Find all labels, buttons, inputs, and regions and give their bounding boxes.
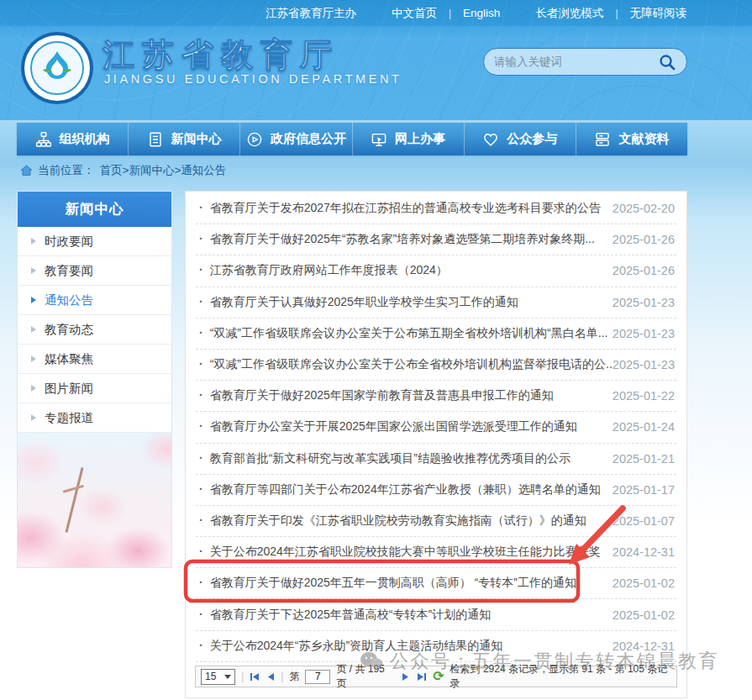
- list-item[interactable]: 省教育厅关于印发《江苏省职业院校劳动教育实施指南（试行）》的通知 2025-01…: [196, 506, 676, 537]
- refresh-icon[interactable]: ⟳: [433, 670, 444, 683]
- news-doc-icon: [147, 131, 164, 148]
- list-item[interactable]: 省教育厅关于做好2025年“苏教名家”培养对象遴选暨第二期培养对象终期... 2…: [196, 224, 676, 255]
- breadcrumb-prefix: 当前位置：: [38, 163, 95, 178]
- sidebar-item-education-news[interactable]: 教育要闻: [18, 256, 171, 286]
- nav-label: 新闻中心: [171, 131, 222, 147]
- triangle-icon: [31, 326, 36, 333]
- sidebar-title: 新闻中心: [18, 192, 171, 227]
- divider: |: [449, 8, 451, 19]
- nav-label: 网上办事: [395, 131, 445, 147]
- notice-date: 2025-01-23: [613, 358, 676, 371]
- notice-title[interactable]: 教育部首批“新文科研究与改革实践项目”结题验收推荐优秀项目的公示: [196, 451, 571, 466]
- list-item[interactable]: 省教育厅关于认真做好2025年职业学校学生实习工作的通知 2025-01-23: [196, 287, 676, 318]
- topbar-link-host[interactable]: 江苏省教育厅主办: [266, 6, 356, 21]
- top-utility-bar: 江苏省教育厅主办 中文首页 | English 长者浏览模式 | 无障碍阅读: [0, 0, 752, 26]
- magnolia-flower-image: [18, 433, 171, 567]
- org-chart-icon: [35, 131, 52, 148]
- list-item[interactable]: 省教育厅关于发布2027年拟在江苏招生的普通高校专业选考科目要求的公告 2025…: [196, 193, 676, 224]
- nav-item-online-services[interactable]: 网上办事: [353, 123, 465, 155]
- triangle-icon: [31, 297, 36, 303]
- notice-date: 2025-01-23: [613, 327, 676, 340]
- records-summary: 检索到 2924 条记录，显示第 91 条 - 第 105 条记录: [450, 662, 671, 691]
- page-label-prefix: 第: [289, 670, 299, 684]
- notice-title[interactable]: 省教育厅关于做好2025年“苏教名家”培养对象遴选暨第二期培养对象终期...: [196, 232, 595, 247]
- nav-label: 公众参与: [507, 131, 557, 147]
- heart-icon: [482, 131, 499, 148]
- sidebar-item-media-focus[interactable]: 媒体聚焦: [18, 345, 171, 374]
- first-page-button[interactable]: [250, 672, 260, 682]
- notice-date: 2025-01-26: [613, 233, 676, 246]
- notice-title[interactable]: “双减”工作省级联席会议办公室关于公布第五期全省校外培训机构“黑白名单...: [196, 326, 607, 341]
- breadcrumb-path[interactable]: 首页>新闻中心>通知公告: [100, 163, 227, 178]
- notice-date: 2025-01-23: [613, 296, 676, 309]
- page: 江苏省教育厅主办 中文首页 | English 长者浏览模式 | 无障碍阅读 江…: [0, 0, 752, 700]
- notice-date: 2025-01-02: [613, 608, 676, 622]
- nav-item-gov-info[interactable]: 政府信息公开: [240, 123, 352, 155]
- search-icon[interactable]: [658, 53, 676, 71]
- sidebar-item-notices[interactable]: 通知公告: [18, 286, 171, 315]
- page-size-select[interactable]: 15: [201, 669, 235, 685]
- notice-title[interactable]: 江苏省教育厅政府网站工作年度报表（2024）: [196, 263, 448, 278]
- list-item[interactable]: 省教育厅关于做好2025年国家学前教育普及普惠县申报工作的通知 2025-01-…: [196, 381, 676, 412]
- notice-title[interactable]: 关于公布2024年江苏省职业院校技能大赛中等职业学校班主任能力比赛获奖: [196, 545, 601, 560]
- list-item[interactable]: 关于公布2024年江苏省职业院校技能大赛中等职业学校班主任能力比赛获奖 2024…: [196, 537, 676, 568]
- notice-title[interactable]: 省教育厅关于下达2025年普通高校“专转本”计划的通知: [196, 608, 491, 623]
- list-item[interactable]: 省教育厅办公室关于开展2025年国家公派出国留学选派受理工作的通知 2025-0…: [196, 412, 676, 443]
- divider: |: [241, 671, 244, 682]
- list-item[interactable]: 关于公布2024年“苏乡永助”资助育人主题活动结果的通知 2024-12-31: [196, 631, 676, 662]
- sidebar-item-special-reports[interactable]: 专题报道: [18, 403, 171, 433]
- next-page-button[interactable]: [402, 672, 410, 682]
- last-page-button[interactable]: [416, 672, 427, 682]
- prev-page-button[interactable]: [266, 672, 275, 682]
- list-item[interactable]: 江苏省教育厅政府网站工作年度报表（2024） 2025-01-26: [196, 255, 676, 287]
- nav-item-public-participation[interactable]: 公众参与: [465, 123, 576, 155]
- chevron-down-icon: [224, 675, 231, 679]
- search-input[interactable]: [494, 55, 658, 68]
- list-item[interactable]: “双减”工作省级联席会议办公室关于公布第五期全省校外培训机构“黑白名单... 2…: [196, 318, 676, 350]
- notice-date: 2025-02-20: [613, 202, 676, 215]
- pagination-bar: 15 | | 第 页 / 共 195 页 ⟳ 检索到: [195, 666, 677, 687]
- notice-title[interactable]: 省教育厅关于印发《江苏省职业院校劳动教育实施指南（试行）》的通知: [196, 513, 586, 529]
- topbar-link-chinese-home[interactable]: 中文首页: [392, 6, 437, 21]
- topbar-link-elder-mode[interactable]: 长者浏览模式: [535, 6, 603, 21]
- sidebar: 新闻中心 时政要闻 教育要闻 通知公告 教育动态 媒体聚焦 图片新闻 专题报道: [17, 191, 172, 568]
- sidebar-item-education-dynamics[interactable]: 教育动态: [18, 315, 171, 345]
- page-number-input[interactable]: [305, 670, 330, 684]
- divider: |: [281, 671, 283, 682]
- sidebar-item-photo-news[interactable]: 图片新闻: [18, 374, 171, 403]
- notice-title[interactable]: 关于公布2024年“苏乡永助”资助育人主题活动结果的通知: [196, 639, 502, 654]
- main-navigation: 组织机构 新闻中心 政府信息公开 网上办事: [17, 123, 687, 155]
- list-item[interactable]: 教育部首批“新文科研究与改革实践项目”结题验收推荐优秀项目的公示 2025-01…: [196, 444, 676, 475]
- notice-date: 2025-01-24: [613, 420, 676, 434]
- notice-title[interactable]: 省教育厅关于做好2025年国家学前教育普及普惠县申报工作的通知: [196, 388, 554, 403]
- nav-item-news-center[interactable]: 新闻中心: [129, 123, 240, 155]
- topbar-link-english[interactable]: English: [463, 7, 500, 19]
- notice-title[interactable]: 省教育厅等四部门关于公布2024年江苏省产业教授（兼职）选聘名单的通知: [196, 482, 601, 497]
- triangle-icon: [31, 355, 36, 362]
- list-item-highlighted-zhuanzhuanben-notice[interactable]: 省教育厅关于做好2025年五年一贯制高职（高师） “专转本”工作的通知 2025…: [196, 568, 676, 599]
- notice-date: 2025-01-02: [613, 576, 676, 590]
- notice-title[interactable]: “双减”工作省级联席会议办公室关于公布全省校外培训机构监督举报电话的公...: [196, 357, 613, 372]
- nav-item-organization[interactable]: 组织机构: [17, 123, 129, 155]
- notice-list-panel: 省教育厅关于发布2027年拟在江苏招生的普通高校专业选考科目要求的公告 2025…: [185, 191, 687, 698]
- topbar-link-accessibility[interactable]: 无障碍阅读: [630, 6, 687, 21]
- notice-title[interactable]: 省教育厅办公室关于开展2025年国家公派出国留学选派受理工作的通知: [196, 419, 577, 434]
- first-page-icon: [250, 672, 260, 682]
- notice-date: 2024-12-31: [613, 545, 676, 559]
- notice-title[interactable]: 省教育厅关于发布2027年拟在江苏招生的普通高校专业选考科目要求的公告: [196, 201, 601, 216]
- triangle-icon: [31, 238, 36, 245]
- notice-title[interactable]: 省教育厅关于认真做好2025年职业学校学生实习工作的通知: [196, 295, 518, 310]
- home-icon: [20, 165, 33, 176]
- sidebar-item-label: 教育动态: [45, 322, 93, 338]
- notice-title[interactable]: 省教育厅关于做好2025年五年一贯制高职（高师） “专转本”工作的通知: [196, 576, 576, 591]
- prev-page-icon: [266, 672, 275, 682]
- list-item[interactable]: 省教育厅关于下达2025年普通高校“专转本”计划的通知 2025-01-02: [196, 599, 676, 630]
- info-disclosure-icon: [246, 131, 263, 148]
- triangle-icon: [31, 385, 36, 392]
- list-item[interactable]: “双减”工作省级联席会议办公室关于公布全省校外培训机构监督举报电话的公... 2…: [196, 350, 676, 381]
- sidebar-item-current-politics[interactable]: 时政要闻: [18, 227, 171, 256]
- notice-date: 2025-01-22: [613, 389, 676, 403]
- notice-date: 2025-01-21: [613, 452, 676, 466]
- list-item[interactable]: 省教育厅等四部门关于公布2024年江苏省产业教授（兼职）选聘名单的通知 2025…: [196, 475, 676, 506]
- nav-item-documents[interactable]: 文献资料: [576, 123, 687, 155]
